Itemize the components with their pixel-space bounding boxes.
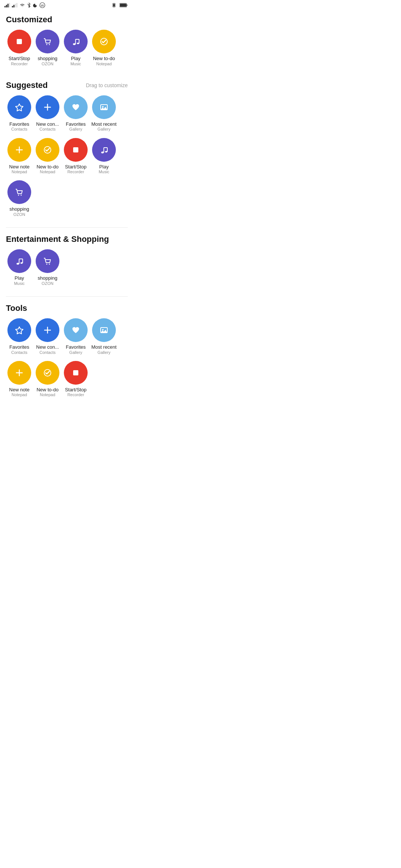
app-label-bottom-favorites-gallery: Gallery [69,127,82,132]
app-label-top-start-stop-recorder: Start/Stop [9,56,30,62]
app-item-play-music3[interactable]: PlayMusic [6,249,33,286]
app-label-bottom-shopping-ozon2: OZON [13,212,25,217]
app-item-shopping-ozon2[interactable]: shoppingOZON [6,180,33,217]
svg-rect-5 [13,5,14,7]
app-item-start-stop-recorder2[interactable]: Start/StopRecorder [62,138,89,175]
svg-point-51 [102,329,104,331]
sections-container: CustomizedStart/StopRecordershoppingOZON… [0,10,134,406]
app-label-top-favorites-gallery2: Favorites [66,344,85,350]
app-item-most-recent-gallery[interactable]: Most recentGallery [91,95,117,132]
app-grid-tools: FavoritesContactsNew con...ContactsFavor… [6,318,128,404]
app-grid-customized: Start/StopRecordershoppingOZONPlayMusicN… [6,30,128,72]
app-label-top-start-stop-recorder3: Start/Stop [65,387,87,393]
app-label-top-shopping-ozon3: shopping [38,275,58,281]
app-label-top-new-todo-notepad: New to-do [93,56,115,62]
section-tools: ToolsFavoritesContactsNew con...Contacts… [0,298,134,407]
app-icon-play-music [64,30,88,53]
signal1-icon [4,3,10,7]
svg-point-33 [101,151,104,153]
svg-point-16 [46,44,48,45]
app-icon-start-stop-recorder [7,30,31,53]
svg-rect-2 [7,4,9,7]
svg-point-38 [18,195,19,196]
section-entertainment: Entertainment & ShoppingPlayMusicshoppin… [0,229,134,295]
svg-rect-0 [4,6,6,7]
section-title-suggested: Suggested [6,80,48,90]
app-item-shopping-ozon[interactable]: shoppingOZON [34,30,61,66]
app-icon-play-music3 [7,249,31,273]
app-label-bottom-play-music3: Music [14,281,25,286]
app-item-new-contact2[interactable]: New con...Contacts [34,318,61,355]
app-label-top-start-stop-recorder2: Start/Stop [65,164,87,170]
svg-rect-6 [15,4,16,7]
app-item-start-stop-recorder[interactable]: Start/StopRecorder [6,30,33,66]
app-item-start-stop-recorder3[interactable]: Start/StopRecorder [62,361,89,398]
app-item-most-recent-gallery2[interactable]: Most recentGallery [91,318,117,355]
app-label-top-new-note-notepad: New note [9,164,30,170]
app-label-bottom-new-note-notepad2: Notepad [12,392,27,397]
app-label-top-new-todo-notepad3: New to-do [36,387,58,393]
app-label-bottom-shopping-ozon: OZON [42,62,53,66]
app-label-bottom-most-recent-gallery2: Gallery [98,350,111,355]
app-item-favorites-gallery2[interactable]: FavoritesGallery [62,318,89,355]
svg-rect-7 [16,3,17,7]
app-grid-entertainment: PlayMusicshoppingOZON [6,249,128,292]
svg-point-40 [17,263,19,265]
app-item-new-contact[interactable]: New con...Contacts [34,95,61,132]
app-label-top-new-contact: New con... [36,121,59,127]
vibrate-icon [111,3,117,8]
app-item-new-todo-notepad3[interactable]: New to-doNotepad [34,361,61,398]
app-item-shopping-ozon3[interactable]: shoppingOZON [34,249,61,286]
svg-rect-4 [12,6,13,7]
app-label-top-play-music2: Play [99,164,108,170]
app-icon-shopping-ozon [36,30,59,53]
app-icon-most-recent-gallery2 [92,318,116,342]
app-label-top-new-todo-notepad2: New to-do [36,164,58,170]
svg-point-46 [49,264,50,265]
app-item-new-todo-notepad2[interactable]: New to-doNotepad [34,138,61,175]
section-title-entertainment: Entertainment & Shopping [6,234,109,244]
app-item-play-music[interactable]: PlayMusic [62,30,89,66]
section-header-entertainment: Entertainment & Shopping [6,234,128,244]
svg-text:W: W [41,4,44,7]
app-grid-suggested: FavoritesContactsNew con...ContactsFavor… [6,95,128,223]
app-icon-new-todo-notepad [92,30,116,53]
app-item-play-music2[interactable]: PlayMusic [91,138,117,175]
app-label-bottom-new-todo-notepad: Notepad [96,62,112,66]
app-label-bottom-new-todo-notepad3: Notepad [40,392,55,397]
app-icon-new-todo-notepad2 [36,138,59,162]
status-left: W [4,2,45,8]
app-icon-favorites-contacts2 [7,318,31,342]
svg-rect-55 [73,370,78,375]
section-divider [6,227,128,228]
section-header-suggested: SuggestedDrag to customize [6,80,128,90]
section-suggested: SuggestedDrag to customizeFavoritesConta… [0,75,134,226]
status-right [111,3,129,8]
app-item-favorites-gallery[interactable]: FavoritesGallery [62,95,89,132]
app-item-new-note-notepad2[interactable]: New noteNotepad [6,361,33,398]
app-label-bottom-shopping-ozon3: OZON [42,281,53,286]
app-item-new-note-notepad[interactable]: New noteNotepad [6,138,33,175]
app-label-bottom-play-music2: Music [99,170,110,174]
app-label-top-most-recent-gallery2: Most recent [91,344,117,350]
app-item-favorites-contacts2[interactable]: FavoritesContacts [6,318,33,355]
svg-point-17 [49,44,50,45]
app-icon-favorites-gallery2 [64,318,88,342]
app-label-bottom-favorites-contacts2: Contacts [11,350,27,355]
svg-point-45 [46,264,48,265]
svg-rect-14 [127,4,127,6]
app-item-favorites-contacts[interactable]: FavoritesContacts [6,95,33,132]
app-label-top-favorites-contacts: Favorites [9,121,29,127]
app-label-bottom-favorites-gallery2: Gallery [69,350,82,355]
app-icon-shopping-ozon2 [7,180,31,204]
app-label-top-most-recent-gallery: Most recent [91,121,117,127]
app-icon-shopping-ozon3 [36,249,59,273]
app-label-bottom-start-stop-recorder: Recorder [11,62,27,66]
app-label-top-play-music: Play [71,56,80,62]
app-label-bottom-new-contact2: Contacts [39,350,55,355]
app-icon-new-todo-notepad3 [36,361,59,385]
app-item-new-todo-notepad[interactable]: New to-doNotepad [91,30,117,66]
app-label-top-new-note-notepad2: New note [9,387,30,393]
signal2-icon [12,3,18,7]
app-label-bottom-new-contact: Contacts [39,127,55,132]
